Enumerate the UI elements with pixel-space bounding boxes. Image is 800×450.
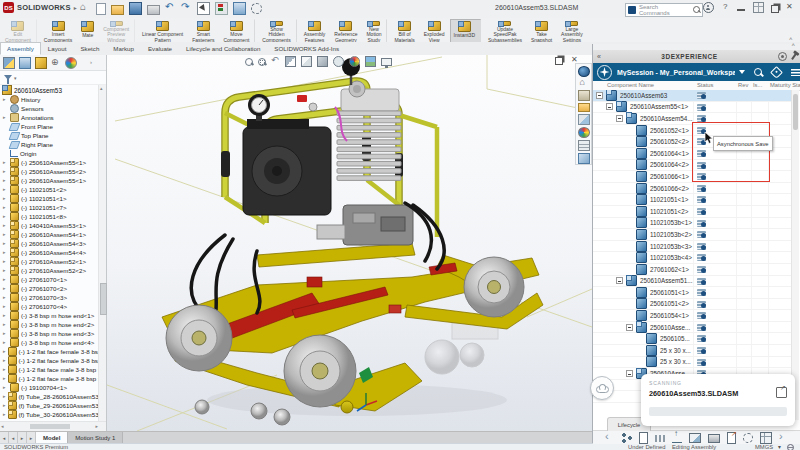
expand-arrow-icon[interactable]: [3, 365, 6, 374]
expand-arrow-icon[interactable]: [3, 392, 6, 401]
file-properties-icon[interactable]: [233, 2, 246, 15]
propertymanager-icon[interactable]: [19, 57, 31, 69]
displaymanager-icon[interactable]: [65, 57, 77, 69]
expand-arrow-icon[interactable]: [3, 383, 8, 392]
feature-tree-item[interactable]: (f) Tube_29-260610Assem53<1>: [0, 401, 99, 410]
scroll-right-icon[interactable]: [779, 433, 789, 443]
status-icon[interactable]: [697, 208, 706, 215]
scroll-left-icon[interactable]: ◂: [1, 423, 4, 429]
feature-tree-item[interactable]: Sensors: [0, 104, 99, 113]
minimize-icon[interactable]: [737, 3, 746, 12]
status-icon[interactable]: [697, 185, 706, 192]
scroll-up-icon[interactable]: ▴: [100, 85, 103, 91]
expander-icon[interactable]: [606, 103, 613, 110]
panel-scrollbar[interactable]: [791, 90, 799, 420]
component-row[interactable]: 2506105...: [593, 333, 793, 345]
globe-icon[interactable]: [787, 444, 794, 450]
view-settings-icon[interactable]: [381, 58, 392, 66]
previous-view-icon[interactable]: [271, 57, 280, 66]
status-icon[interactable]: [697, 243, 706, 250]
3dexperience-icon[interactable]: [578, 66, 590, 77]
expand-arrow-icon[interactable]: [3, 113, 8, 122]
status-icon[interactable]: [697, 92, 706, 99]
expander-icon[interactable]: [626, 324, 633, 331]
model-3d-view[interactable]: [107, 55, 592, 431]
ribbon-tab[interactable]: Layout: [41, 42, 74, 55]
status-icon[interactable]: [697, 254, 706, 261]
expand-arrow-icon[interactable]: [3, 356, 6, 365]
units-selector[interactable]: MMGS: [755, 444, 773, 450]
component-row[interactable]: 250610Assem55<1>: [593, 102, 793, 114]
feature-tree-item[interactable]: (-) 1-2 flat face female 3-8 bsp f<1: [0, 347, 99, 356]
feature-tree-item[interactable]: (-) 27061070<4>: [0, 302, 99, 311]
tree-horizontal-scrollbar[interactable]: ◂ ▸: [0, 421, 106, 431]
component-row[interactable]: 25 x 30 x...: [593, 357, 793, 369]
ribbon-tab[interactable]: Evaluate: [141, 42, 179, 55]
component-row[interactable]: 25061051<2>: [593, 299, 793, 311]
restore-icon[interactable]: [555, 57, 563, 65]
feature-tree-item[interactable]: (f) Tube_30-260610Assem53<1>: [0, 410, 99, 419]
session-caret-icon[interactable]: [739, 70, 745, 74]
cloud-status-badge[interactable]: [590, 376, 614, 400]
component-row[interactable]: 11021053b<1>: [593, 218, 793, 230]
component-row[interactable]: 25061054<1>: [593, 310, 793, 322]
component-row[interactable]: 11021051<1>: [593, 194, 793, 206]
status-icon[interactable]: [697, 266, 706, 273]
scroll-right-icon[interactable]: ▸: [95, 423, 98, 429]
feature-tree-item[interactable]: History: [0, 95, 99, 104]
scrollbar-thumb[interactable]: [793, 94, 798, 130]
custom-properties-icon[interactable]: [578, 140, 590, 151]
mysession-bar[interactable]: MySession - My_Personal_Workspace ...: [593, 63, 800, 81]
user-icon[interactable]: [703, 2, 714, 13]
feature-tree-item[interactable]: (-) 1-2 flat face male 3-8 bsp f<2>: [0, 374, 99, 383]
select-icon[interactable]: [197, 2, 210, 15]
scrollbar-thumb[interactable]: [30, 424, 70, 429]
feature-tree-item[interactable]: (-) 260610Assem54<3>: [0, 239, 99, 248]
status-icon[interactable]: [697, 289, 706, 296]
component-row[interactable]: 27061062<1>: [593, 264, 793, 276]
expand-arrow-icon[interactable]: [3, 410, 6, 419]
hide-show-items-icon[interactable]: [333, 56, 344, 67]
document-icon[interactable]: [639, 432, 648, 444]
feature-tree-item[interactable]: (-) 11021051<7>: [0, 203, 99, 212]
graphics-viewport[interactable]: [107, 55, 592, 431]
help-icon[interactable]: [721, 3, 730, 12]
feature-tree-item[interactable]: Right Plane: [0, 140, 99, 149]
feature-tree-item[interactable]: (-) 1-2 flat face male 3-8 bsp f<1>: [0, 365, 99, 374]
view-orientation-icon[interactable]: [301, 56, 312, 67]
expand-arrow-icon[interactable]: [3, 311, 8, 320]
expand-arrow-icon[interactable]: [3, 302, 8, 311]
feature-tree-item[interactable]: Origin: [0, 149, 99, 158]
scrollbar-thumb[interactable]: [100, 283, 107, 315]
ribbon-tab[interactable]: Sketch: [73, 42, 106, 55]
expand-arrow-icon[interactable]: [3, 239, 8, 248]
solidworks-resources-icon[interactable]: [578, 153, 590, 164]
save-icon[interactable]: [129, 2, 142, 15]
feature-tree-root[interactable]: 260610Assem53: [0, 85, 99, 95]
expand-arrow-icon[interactable]: [3, 257, 8, 266]
feature-tree-item[interactable]: (-) 260610Assem55<1>: [0, 176, 99, 185]
component-row[interactable]: 25061051<1>: [593, 287, 793, 299]
component-row[interactable]: 11021053b<4>: [593, 252, 793, 264]
expand-arrow-icon[interactable]: [3, 248, 8, 257]
zoom-to-fit-icon[interactable]: [245, 58, 253, 66]
feature-tree-item[interactable]: (-) 3-8 bsp m hose end<4>: [0, 338, 99, 347]
pressure-gauge[interactable]: [248, 94, 270, 121]
feature-tree-item[interactable]: Annotations: [0, 113, 99, 122]
expand-arrow-icon[interactable]: [3, 266, 8, 275]
feature-tree-item[interactable]: (-) 260610Assem54<1>: [0, 230, 99, 239]
component-row[interactable]: 25 x 30 x...: [593, 345, 793, 357]
feature-tree-item[interactable]: (-) 270610Assem52<1>: [0, 257, 99, 266]
layout-icon[interactable]: [753, 2, 764, 13]
expand-arrow-icon[interactable]: [3, 194, 8, 203]
options-gear-icon[interactable]: [251, 3, 262, 14]
feature-tree-item[interactable]: (-) 140410Assem53<1>: [0, 221, 99, 230]
search-commands-box[interactable]: Search Commands: [625, 3, 703, 17]
col-is[interactable]: Is...: [753, 82, 762, 88]
col-status[interactable]: Status: [697, 82, 713, 88]
expand-arrow-icon[interactable]: [3, 347, 6, 356]
feature-tree-item[interactable]: (f) Tube_28-260610Assem53<1>: [0, 392, 99, 401]
tag-icon[interactable]: [770, 66, 783, 79]
red-button[interactable]: [297, 95, 307, 102]
status-icon[interactable]: [697, 347, 706, 354]
